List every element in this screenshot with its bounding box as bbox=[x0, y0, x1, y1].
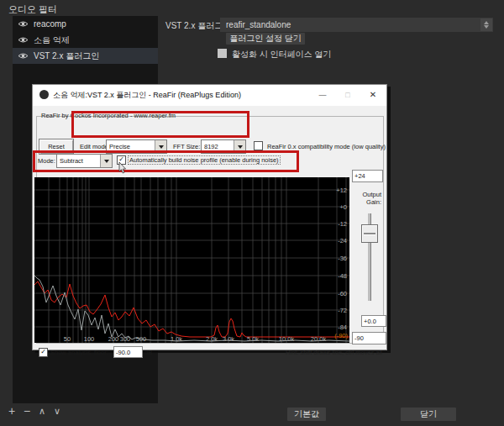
svg-text:-84: -84 bbox=[338, 323, 347, 331]
eye-icon[interactable] bbox=[18, 20, 29, 28]
reafir-groupbox-title: ReaFir by Cockos Incorporated - www.reap… bbox=[41, 112, 176, 119]
svg-text:-60: -60 bbox=[338, 290, 347, 297]
svg-text:3.0k: 3.0k bbox=[223, 335, 234, 343]
svg-text:100: 100 bbox=[84, 335, 95, 343]
svg-text:2.0k: 2.0k bbox=[206, 335, 218, 343]
chevron-down-icon[interactable] bbox=[100, 155, 112, 167]
filter-item-noise-suppression[interactable]: 소음 억제 bbox=[13, 32, 158, 48]
svg-text:+12: +12 bbox=[336, 187, 347, 194]
plugin-window-icon bbox=[39, 90, 49, 99]
svg-text:-12: -12 bbox=[338, 220, 347, 228]
open-interface-label: 활성화 시 인터페이스 열기 bbox=[232, 49, 331, 60]
close-button[interactable]: 닫기 bbox=[401, 408, 456, 421]
move-down-button[interactable]: ∨ bbox=[50, 404, 64, 418]
auto-noise-label[interactable]: Automatically build noise profile (enabl… bbox=[128, 155, 281, 165]
filter-item-label: 소음 억제 bbox=[34, 34, 70, 46]
filter-item-label: reacomp bbox=[34, 19, 66, 29]
move-up-button[interactable]: ∧ bbox=[35, 404, 49, 418]
svg-text:50: 50 bbox=[64, 335, 71, 343]
mode-value: Subtract bbox=[57, 157, 100, 165]
output-gain-label: Output Gain: bbox=[350, 191, 381, 206]
svg-text:-72: -72 bbox=[338, 307, 347, 314]
eye-icon[interactable] bbox=[18, 36, 29, 44]
vst-plugin-select[interactable]: reafir_standalone bbox=[220, 18, 493, 32]
hint-text: Hint: shift draws line, ctrl moves all bbox=[286, 349, 382, 356]
dialog-title: 오디오 필터 bbox=[8, 3, 57, 16]
mode-select[interactable]: Subtract bbox=[56, 154, 113, 168]
svg-text:-48: -48 bbox=[338, 272, 347, 280]
close-icon[interactable]: ✕ bbox=[365, 87, 381, 103]
show-analysis-label: Show analysis, floor: bbox=[50, 349, 108, 356]
db-unit-label: dB bbox=[144, 349, 152, 356]
close-plugin-settings-button[interactable]: 플러그인 설정 닫기 bbox=[226, 33, 305, 45]
plugin-window-title: 소음 억제:VST 2.x 플러그인 - ReaFir (ReaPlugs Ed… bbox=[53, 90, 241, 101]
svg-text:500: 500 bbox=[136, 335, 147, 343]
minimize-icon[interactable]: — bbox=[315, 87, 330, 103]
output-gain-slider-thumb[interactable] bbox=[361, 224, 378, 243]
edit-mode-select[interactable]: Precise bbox=[106, 139, 167, 154]
svg-text:20.0k: 20.0k bbox=[311, 335, 327, 343]
chevron-down-icon[interactable] bbox=[234, 140, 245, 153]
fft-size-label: FFT Size: bbox=[173, 143, 200, 150]
plugin-titlebar[interactable]: 소음 억제:VST 2.x 플러그인 - ReaFir (ReaPlugs Ed… bbox=[33, 85, 386, 106]
vst-plugin-select-value: reafir_standalone bbox=[220, 20, 480, 29]
scale-bottom-field[interactable]: -90 bbox=[352, 332, 386, 344]
svg-text:200: 200 bbox=[108, 335, 119, 343]
svg-text:1.0k: 1.0k bbox=[171, 335, 182, 343]
open-interface-checkbox[interactable] bbox=[218, 49, 227, 58]
svg-text:10.0k: 10.0k bbox=[279, 335, 295, 343]
spectrum-svg[interactable]: 501002003005001.0k2.0k3.0k5.0k10.0k20.0k… bbox=[34, 177, 349, 343]
floor-field[interactable]: -90.0 bbox=[113, 346, 143, 358]
reset-button[interactable]: Reset bbox=[39, 139, 74, 155]
filter-item-vst-plugin[interactable]: VST 2.x 플러그인 bbox=[13, 48, 158, 64]
mouse-cursor-icon bbox=[118, 162, 127, 174]
filter-item-label: VST 2.x 플러그인 bbox=[34, 50, 99, 62]
reafir-plugin-window: 소음 억제:VST 2.x 플러그인 - ReaFir (ReaPlugs Ed… bbox=[32, 84, 387, 350]
plugin-body: ReaFir by Cockos Incorporated - www.reap… bbox=[33, 106, 386, 350]
edit-mode-value: Precise bbox=[107, 143, 155, 150]
compat-mode-label: ReaFir 0.x compatibility mode (low quali… bbox=[267, 143, 386, 150]
svg-text:+0: +0 bbox=[339, 203, 347, 211]
show-analysis-checkbox[interactable]: ✓ bbox=[39, 348, 48, 357]
svg-text:(-90): (-90) bbox=[334, 332, 348, 339]
svg-text:-24: -24 bbox=[338, 237, 347, 245]
remove-filter-button[interactable]: − bbox=[20, 404, 34, 418]
compat-mode-checkbox[interactable] bbox=[254, 141, 263, 150]
gain-value-field[interactable]: +0.0 bbox=[361, 315, 386, 327]
defaults-button[interactable]: 기본값 bbox=[287, 408, 326, 421]
chevron-down-icon[interactable] bbox=[155, 140, 166, 153]
combo-spinner-icon[interactable] bbox=[480, 18, 492, 31]
obs-audio-filters-dialog: 오디오 필터 reacomp 소음 억제 VST 2.x 플러그인 VST 2.… bbox=[0, 0, 504, 426]
scale-top-field[interactable]: +24 bbox=[352, 170, 383, 182]
svg-text:5.0k: 5.0k bbox=[247, 335, 259, 343]
spectrum-graph[interactable]: 501002003005001.0k2.0k3.0k5.0k10.0k20.0k… bbox=[34, 177, 349, 343]
fft-size-value: 8192 bbox=[202, 143, 234, 150]
add-filter-button[interactable]: + bbox=[5, 404, 18, 418]
svg-text:300: 300 bbox=[120, 335, 131, 343]
mode-label: Mode: bbox=[38, 157, 55, 165]
curve-input-analysis bbox=[34, 276, 349, 341]
fft-size-select[interactable]: 8192 bbox=[201, 139, 246, 154]
svg-text:-36: -36 bbox=[338, 255, 347, 262]
filter-item-reacomp[interactable]: reacomp bbox=[13, 16, 158, 32]
maximize-icon[interactable]: □ bbox=[340, 87, 355, 103]
eye-icon[interactable] bbox=[18, 52, 29, 60]
